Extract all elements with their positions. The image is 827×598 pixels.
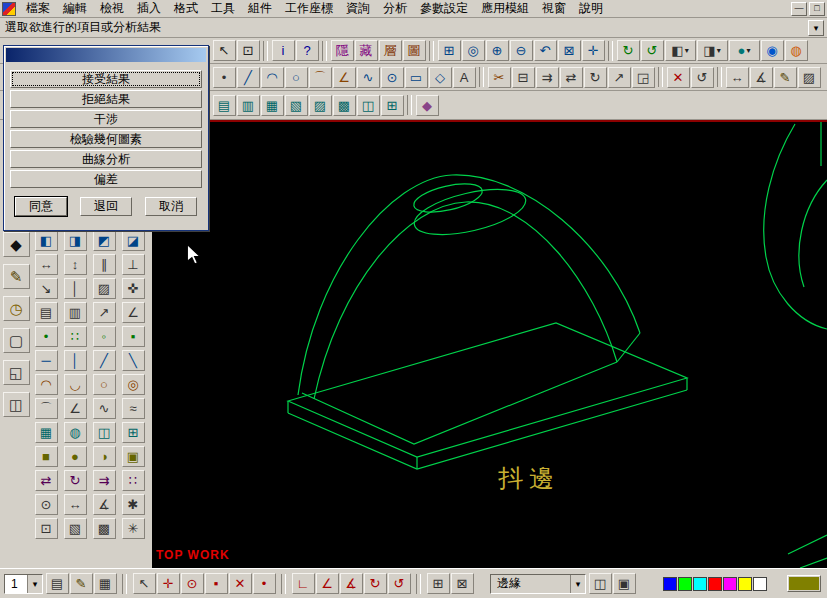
offset-entities-icon[interactable]: ⇉ bbox=[536, 67, 559, 88]
offset-surface-icon[interactable]: ◫ bbox=[357, 95, 380, 116]
hatch-pattern-icon[interactable]: ▨ bbox=[93, 278, 116, 299]
create-arc-icon[interactable]: ◠ bbox=[261, 67, 284, 88]
group-manager-icon[interactable]: ▦ bbox=[94, 573, 117, 594]
xform-scale-icon[interactable]: ◲ bbox=[632, 67, 655, 88]
menu-parameters[interactable]: 參數設定 bbox=[420, 0, 468, 17]
angular-dim-icon[interactable]: ∠ bbox=[122, 302, 145, 323]
cplane-select-icon[interactable]: ◨▾ bbox=[697, 40, 728, 61]
wcs-gnomon-icon[interactable]: ⊠ bbox=[451, 573, 474, 594]
hide-entities-icon[interactable]: 隱 bbox=[331, 40, 354, 61]
view-isometric-icon[interactable]: ◪ bbox=[122, 230, 145, 251]
xform-offset2-icon[interactable]: ⇉ bbox=[93, 470, 116, 491]
blank-entities-icon[interactable]: 圖 bbox=[403, 40, 426, 61]
edge-combo[interactable]: 邊緣 ▾ bbox=[490, 574, 586, 594]
gview-top-icon[interactable]: ∟ bbox=[292, 573, 315, 594]
menu-inquiry[interactable]: 資詢 bbox=[346, 0, 370, 17]
dynamic-rotate-icon[interactable]: ↺ bbox=[641, 40, 664, 61]
menu-view[interactable]: 檢視 bbox=[100, 0, 124, 17]
menu-analysis[interactable]: 分析 bbox=[383, 0, 407, 17]
autocursor-icon[interactable]: ↖ bbox=[133, 573, 156, 594]
level-combo[interactable]: 1 ▾ bbox=[4, 574, 43, 594]
level-display-icon[interactable]: 層 bbox=[379, 40, 402, 61]
gview-side-icon[interactable]: ∡ bbox=[340, 573, 363, 594]
chamfer-distance-icon[interactable]: ∠ bbox=[64, 398, 87, 419]
menu-insert[interactable]: 插入 bbox=[137, 0, 161, 17]
surface-revolved2-icon[interactable]: ◍ bbox=[64, 422, 87, 443]
color-swatch-2[interactable] bbox=[678, 577, 692, 591]
create-point-icon[interactable]: • bbox=[213, 67, 236, 88]
gview-dynamic-icon[interactable]: ↺ bbox=[388, 573, 411, 594]
point-segment-icon[interactable]: ◦ bbox=[93, 326, 116, 347]
interference-button[interactable]: 干涉 bbox=[10, 110, 202, 128]
select-arrow-icon[interactable]: ↖ bbox=[213, 40, 236, 61]
menu-wcs[interactable]: 工作座標 bbox=[285, 0, 333, 17]
minimize-button[interactable]: — bbox=[791, 2, 807, 16]
screen-statistics-icon[interactable]: ⊡ bbox=[35, 518, 58, 539]
render-globe-icon[interactable]: ◉ bbox=[761, 40, 784, 61]
color-swatch-4[interactable] bbox=[708, 577, 722, 591]
view-side-icon[interactable]: ◨ bbox=[64, 230, 87, 251]
ruled-surface-icon[interactable]: ▤ bbox=[213, 95, 236, 116]
create-letters-icon[interactable]: A bbox=[453, 67, 476, 88]
net-surface-icon[interactable]: ▧ bbox=[285, 95, 308, 116]
create-fillet-icon[interactable]: ⌒ bbox=[309, 67, 332, 88]
zoom-window-icon[interactable]: ⊞ bbox=[438, 40, 461, 61]
attribute-pencil-icon[interactable]: ✎ bbox=[70, 573, 93, 594]
xform-translate-icon[interactable]: ↗ bbox=[608, 67, 631, 88]
dialog-titlebar[interactable] bbox=[6, 48, 206, 62]
create-line-icon[interactable]: ╱ bbox=[237, 67, 260, 88]
xform-mirror2-icon[interactable]: ⇄ bbox=[35, 470, 58, 491]
swept-surface-icon[interactable]: ▦ bbox=[261, 95, 284, 116]
line-polar-icon[interactable]: ╱ bbox=[93, 350, 116, 371]
zoom-previous-icon[interactable]: ↶ bbox=[534, 40, 557, 61]
screen-groups-icon[interactable]: ▩ bbox=[93, 518, 116, 539]
dim-parallel-icon[interactable]: ∥ bbox=[93, 254, 116, 275]
revolved-surface-icon[interactable]: ▥ bbox=[237, 95, 260, 116]
menu-format[interactable]: 格式 bbox=[174, 0, 198, 17]
xform-rotate-icon[interactable]: ↻ bbox=[584, 67, 607, 88]
menu-edit[interactable]: 編輯 bbox=[63, 0, 87, 17]
zoom-in-icon[interactable]: ⊕ bbox=[486, 40, 509, 61]
curve-blend-icon[interactable]: ≈ bbox=[122, 398, 145, 419]
current-color-button[interactable] bbox=[787, 575, 821, 592]
edge-settings-icon[interactable]: ◫ bbox=[589, 573, 612, 594]
surface-ruled2-icon[interactable]: ▦ bbox=[35, 422, 58, 443]
line-tangent-icon[interactable]: ╲ bbox=[122, 350, 145, 371]
view-front-icon[interactable]: ◧ bbox=[35, 230, 58, 251]
solid-loft-icon[interactable]: ▣ bbox=[122, 446, 145, 467]
window-select-icon[interactable]: ⊡ bbox=[237, 40, 260, 61]
dim-horizontal-icon[interactable]: ↔ bbox=[35, 254, 58, 275]
reject-result-button[interactable]: 拒絕結果 bbox=[10, 90, 202, 108]
dim-vertical-icon[interactable]: ↕ bbox=[64, 254, 87, 275]
snap-midpoint-icon[interactable]: • bbox=[253, 573, 276, 594]
aligned-dim-icon[interactable]: ↗ bbox=[93, 302, 116, 323]
witness-line-icon[interactable]: │ bbox=[64, 278, 87, 299]
snap-origin-icon[interactable]: ✛ bbox=[157, 573, 180, 594]
history-clock-icon[interactable]: ◷ bbox=[3, 296, 30, 321]
pan-icon[interactable]: ✛ bbox=[582, 40, 605, 61]
create-ellipse-icon[interactable]: ⊙ bbox=[381, 67, 404, 88]
angle-measure-icon[interactable]: ∡ bbox=[750, 67, 773, 88]
viewport[interactable]: 抖邊 TOP WORK bbox=[152, 120, 827, 568]
create-polygon-icon[interactable]: ◇ bbox=[429, 67, 452, 88]
back-button[interactable]: 退回 bbox=[80, 197, 132, 216]
solid-revolve-icon[interactable]: ● bbox=[64, 446, 87, 467]
curve-analysis-button[interactable]: 曲線分析 bbox=[10, 150, 202, 168]
circle-points-icon[interactable]: ○ bbox=[93, 374, 116, 395]
spline-manual-icon[interactable]: ∿ bbox=[93, 398, 116, 419]
screen-colors-icon[interactable]: ▧ bbox=[64, 518, 87, 539]
arc-center-icon[interactable]: ◠ bbox=[35, 374, 58, 395]
menu-help[interactable]: 說明 bbox=[579, 0, 603, 17]
accept-result-button[interactable]: 接受結果 bbox=[10, 70, 202, 88]
analyze-position-icon[interactable]: ⊙ bbox=[35, 494, 58, 515]
unhide-entities-icon[interactable]: 藏 bbox=[355, 40, 378, 61]
color-swatch-5[interactable] bbox=[723, 577, 737, 591]
undelete-icon[interactable]: ↺ bbox=[691, 67, 714, 88]
mastercam-logo-icon[interactable]: ◆ bbox=[3, 232, 30, 257]
repaint-icon[interactable]: ↻ bbox=[617, 40, 640, 61]
point-position-icon[interactable]: • bbox=[35, 326, 58, 347]
point-endpoint-icon[interactable]: ▪ bbox=[122, 326, 145, 347]
xform-rotate2-icon[interactable]: ↻ bbox=[64, 470, 87, 491]
info-icon[interactable]: i bbox=[272, 40, 295, 61]
snap-intersection-icon[interactable]: ✕ bbox=[229, 573, 252, 594]
